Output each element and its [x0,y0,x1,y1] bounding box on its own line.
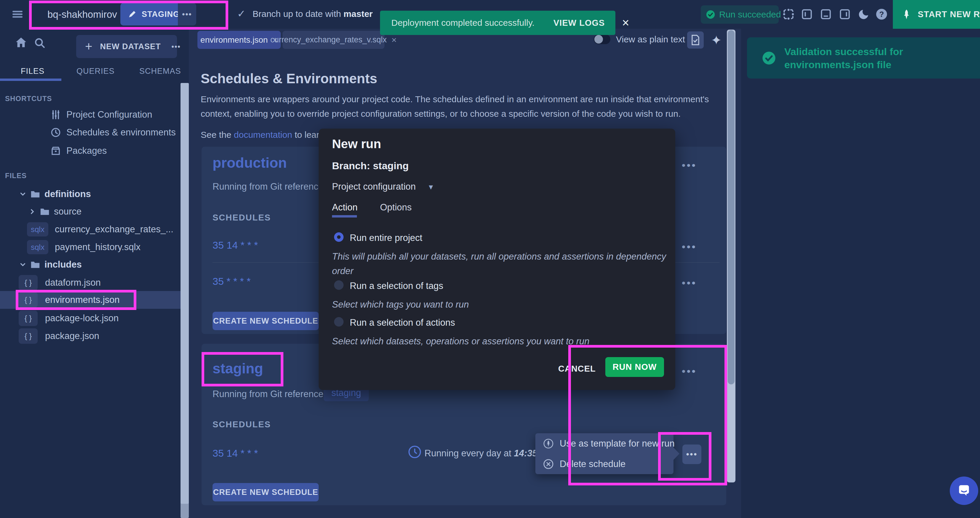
view-plain-text-toggle[interactable] [594,34,610,44]
radio-desc-line: This will publish all your datasets, run… [332,251,666,262]
chevron-down-icon: ▾ [429,182,433,192]
production-more-button[interactable]: ••• [682,160,697,170]
radio-run-selection-tags[interactable] [334,280,344,290]
hamburger-menu-icon[interactable] [11,8,24,21]
new-dataset-button[interactable]: + NEW DATASET ••• [76,35,177,58]
modal-tab-action[interactable]: Action [332,202,358,213]
tree-row-definitions[interactable]: definitions [0,185,189,203]
chevron-down-icon[interactable] [19,190,27,198]
chat-fab[interactable] [950,477,978,505]
project-configuration-dropdown[interactable]: Project configuration ▾ [332,181,433,192]
sidebar-tab-schemas[interactable]: SCHEMAS [139,67,181,76]
folder-icon [30,190,40,199]
close-icon[interactable]: × [622,17,629,29]
branch-more-button[interactable]: ••• [178,3,196,25]
page-description-line1: Environments are wrappers around your pr… [201,94,709,104]
package-icon [50,146,61,156]
fullscreen-icon[interactable] [782,8,795,21]
home-icon[interactable] [14,36,28,49]
staging-schedule-more-button[interactable]: ••• [682,445,702,464]
production-schedule-1-more[interactable]: ••• [682,242,697,252]
new-dataset-more-icon[interactable]: ••• [172,43,181,50]
run-status-badge[interactable]: Run succeeded [701,5,779,24]
panel-bottom-icon[interactable] [819,8,832,21]
create-new-schedule-button-production[interactable]: CREATE NEW SCHEDULE [213,312,319,330]
tree-row-package-json[interactable]: { } package.json [0,327,189,345]
branch-uptodate-check-icon: ✓ [237,8,246,19]
sidebar-scrollbar-thumb[interactable] [181,83,189,504]
tree-row-currency-exchange[interactable]: sqlx currency_exchange_rates_... [0,221,189,238]
panel-left-icon[interactable] [800,8,813,21]
sqlx-badge: sqlx [27,222,48,237]
x-circle-icon [543,459,554,469]
run-now-button[interactable]: RUN NOW [605,357,664,377]
editor-tab-environments[interactable]: environments.json × [197,31,281,49]
tree-item-label: includes [45,259,82,270]
folder-icon [30,260,40,269]
run-now-label: RUN NOW [613,362,657,372]
context-menu-item-label: Use as template for new run [560,438,675,449]
main-scrollbar-thumb[interactable] [728,30,735,385]
create-new-schedule-button-staging[interactable]: CREATE NEW SCHEDULE [213,483,319,501]
production-schedule-2[interactable]: 35 * * * * [213,276,251,287]
format-file-button[interactable] [687,32,704,49]
tree-row-environments-json-selected[interactable]: { } environments.json [0,291,189,309]
staging-schedules-label: SCHEDULES [213,419,271,429]
start-new-run-button[interactable]: START NEW RUN [893,0,980,29]
context-menu-item-delete-schedule[interactable]: Delete schedule [535,454,673,474]
radio-desc-line: Select which tags you want to run [332,299,469,310]
tree-item-label: environments.json [45,295,120,305]
run-success-check-icon [705,10,716,19]
sidebar-tab-files[interactable]: FILES [21,67,45,76]
sidebar-item-project-configuration[interactable]: Project Configuration [50,110,153,120]
context-menu-item-use-template[interactable]: Use as template for new run [535,433,673,454]
production-git-ref-label: Running from Git reference [213,181,323,192]
cancel-button[interactable]: CANCEL [558,364,596,374]
modal-active-tab-underline [332,215,357,218]
json-braces-icon: { } [19,275,38,291]
tree-row-package-lock-json[interactable]: { } package-lock.json [0,310,189,327]
radio-label-run-selection-tags: Run a selection of tags [350,281,443,291]
start-new-run-label: START NEW RUN [918,10,980,19]
help-icon[interactable]: ? [875,8,888,21]
chevron-down-icon[interactable] [19,261,27,269]
tree-row-payment-history[interactable]: sqlx payment_history.sqlx [0,238,189,256]
radio-desc-line: Select which datasets, operations or ass… [332,336,589,347]
panel-right-icon[interactable] [838,8,851,21]
radio-run-entire-project[interactable] [334,232,344,242]
tree-row-dataform-json[interactable]: { } dataform.json [0,274,189,291]
dark-mode-moon-icon[interactable] [857,8,870,21]
staging-schedule-1[interactable]: 35 14 * * * [213,448,258,459]
chevron-right-icon[interactable] [29,208,36,215]
branch-selector-label: STAGING [142,10,180,19]
tree-row-source[interactable]: source [0,203,189,220]
radio-run-selection-actions[interactable] [334,317,344,327]
schedule-time: 14:35 [514,448,538,458]
production-schedule-1[interactable]: 35 14 * * * [213,240,258,251]
tree-row-includes[interactable]: includes [0,256,189,273]
main-scrollbar[interactable] [727,30,735,482]
json-braces-icon: { } [19,311,38,326]
radio-label-run-entire-project: Run entire project [350,233,422,243]
tree-item-label: dataform.json [45,277,101,288]
page-description-line2: context, enabling you to override projec… [201,109,681,119]
new-run-modal: New run Branch: staging Project configur… [319,129,675,390]
branch-selector-button[interactable]: STAGING ▾ [120,3,178,25]
sparkle-icon[interactable]: ✦ [711,33,722,48]
modal-tab-options[interactable]: Options [380,202,412,213]
view-logs-button[interactable]: VIEW LOGS [554,18,605,28]
staging-more-button[interactable]: ••• [682,366,697,376]
search-icon[interactable] [33,37,46,49]
production-schedule-2-more[interactable]: ••• [682,278,697,288]
documentation-link[interactable]: documentation [234,130,292,140]
environment-name-production: production [213,155,287,171]
sidebar-scrollbar[interactable] [181,83,189,518]
json-braces-icon: { } [19,328,38,344]
pencil-icon [128,10,136,18]
sidebar-item-schedules-environments[interactable]: Schedules & environments [50,127,176,138]
deployment-toast-message: Deployment completed successfully. [391,18,535,28]
editor-tab-currency[interactable]: currency_exchange_rates_v.sqlx × [283,31,385,49]
close-icon[interactable]: × [391,35,397,45]
sidebar-tab-queries[interactable]: QUERIES [76,67,115,76]
sidebar-item-packages[interactable]: Packages [50,146,107,156]
